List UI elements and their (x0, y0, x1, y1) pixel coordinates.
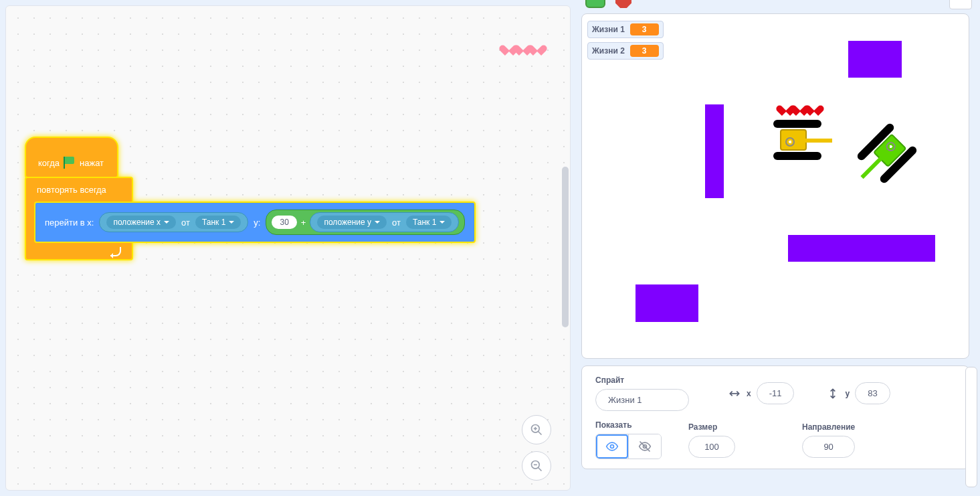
attribute-dropdown[interactable]: положение y (317, 216, 387, 229)
variable-value: 3 (630, 45, 659, 57)
show-sprite-button[interactable] (596, 434, 628, 459)
obstacle-sprite (635, 284, 698, 322)
number-input[interactable]: 30 (272, 216, 296, 229)
obstacle-sprite (848, 41, 902, 78)
sensing-of-reporter[interactable]: положение x от Танк 1 (99, 212, 248, 232)
when-flag-clicked-block[interactable]: когда нажат (25, 137, 118, 178)
chevron-down-icon (164, 221, 169, 226)
svg-line-1 (538, 432, 542, 435)
variable-value: 3 (630, 23, 659, 35)
tank1-sprite (773, 120, 821, 160)
eye-off-icon (638, 440, 652, 453)
sensing-of-reporter[interactable]: положение y от Танк 1 (310, 212, 459, 232)
variable-monitor[interactable]: Жизни 1 3 (587, 21, 664, 38)
block-text: повторять всегда (26, 178, 132, 200)
svg-point-9 (611, 445, 614, 448)
backdrop-pane-sliver[interactable] (965, 367, 977, 487)
fullscreen-button[interactable] (949, 0, 972, 9)
sprite-y-input[interactable]: 83 (855, 382, 890, 404)
tank2-sprite (856, 122, 918, 184)
attribute-dropdown[interactable]: положение x (106, 216, 176, 229)
svg-line-5 (538, 468, 542, 471)
obstacle-sprite (788, 235, 935, 262)
hide-sprite-button[interactable] (628, 434, 661, 459)
sprite-direction-input[interactable]: 90 (802, 436, 855, 458)
variable-name: Жизни 1 (592, 25, 625, 34)
block-text: перейти в x: (45, 218, 94, 228)
heart-icon (808, 101, 820, 112)
chevron-down-icon (229, 221, 234, 226)
obstacle-sprite (705, 104, 724, 198)
target-dropdown[interactable]: Танк 1 (195, 216, 241, 229)
sprite-name-input[interactable]: Жизни 1 (595, 389, 689, 411)
chevron-down-icon (375, 221, 380, 226)
stop-button[interactable] (613, 0, 633, 8)
visibility-toggle (595, 434, 662, 459)
forever-block[interactable]: повторять всегда перейти в x: положение … (25, 177, 133, 260)
green-flag-icon (64, 157, 76, 169)
vertical-arrows-icon (826, 387, 840, 400)
stop-icon (615, 0, 631, 8)
target-dropdown[interactable]: Танк 1 (406, 216, 452, 229)
block-text: y: (254, 218, 260, 228)
heart-icon (531, 41, 543, 52)
loop-arrow-icon (110, 247, 121, 256)
chevron-down-icon (439, 221, 445, 226)
goto-xy-block[interactable]: перейти в x: положение x от Танк 1 (34, 201, 476, 243)
block-text: нажат (80, 158, 104, 168)
variable-name: Жизни 2 (592, 46, 625, 56)
add-operator[interactable]: 30 + положение y от Танк 1 (266, 210, 465, 235)
green-flag-button[interactable] (585, 0, 605, 8)
variable-monitor[interactable]: Жизни 2 3 (587, 42, 664, 60)
sprite-size-input[interactable]: 100 (688, 436, 735, 458)
eye-icon (605, 440, 619, 453)
zoom-out-button[interactable] (522, 451, 551, 481)
script-stack[interactable]: когда нажат повторять всегда перейти в x… (25, 137, 133, 260)
sprite-info-pane: Спрайт Жизни 1 x -11 y 83 Показать (581, 365, 969, 469)
block-text: когда (38, 158, 60, 168)
stage-controls (581, 0, 975, 11)
stage[interactable]: Жизни 1 3 Жизни 2 3 (581, 13, 969, 359)
sprite-x-input[interactable]: -11 (757, 382, 795, 404)
workspace-scrollbar[interactable] (562, 167, 569, 327)
life-indicator-sprite (503, 41, 543, 52)
life-sprite (780, 101, 820, 112)
zoom-in-button[interactable] (522, 415, 551, 444)
script-workspace[interactable]: когда нажат повторять всегда перейти в x… (5, 5, 571, 491)
horizontal-arrows-icon (728, 387, 741, 400)
sprite-label: Спрайт (595, 376, 689, 385)
